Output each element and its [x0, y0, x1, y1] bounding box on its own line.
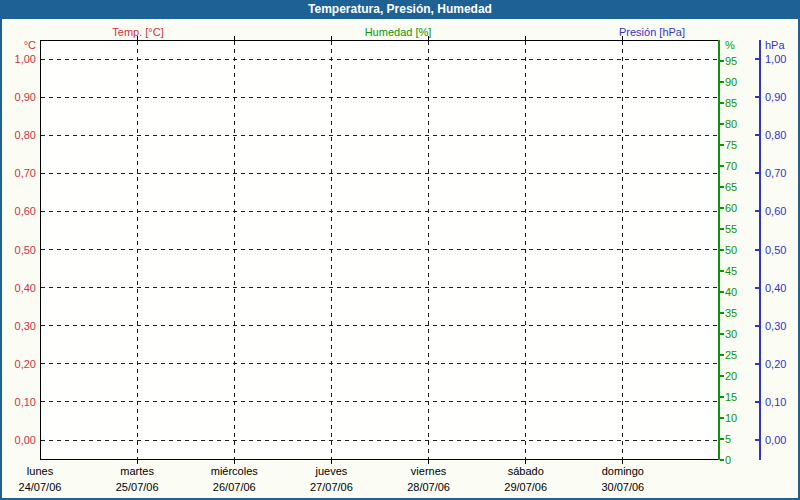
humidity-axis-tick — [720, 60, 724, 62]
day-name-label: jueves — [283, 464, 379, 478]
y-grid-line — [41, 287, 719, 288]
temp-axis-tick-label: 0,40 — [0, 281, 36, 295]
humidity-axis-tick — [720, 459, 724, 461]
humidity-axis-tick-label: 45 — [725, 264, 737, 278]
plot-area — [40, 40, 720, 460]
day-date-label: 24/07/06 — [0, 480, 88, 494]
pressure-axis-tick — [755, 249, 759, 251]
y-grid-line — [41, 173, 719, 174]
humidity-axis-tick — [720, 270, 724, 272]
pressure-axis-tick-label: 1,00 — [765, 52, 786, 66]
day-date-label: 25/07/06 — [89, 480, 185, 494]
humidity-axis-tick — [720, 186, 724, 188]
humidity-axis-tick-label: 5 — [725, 432, 731, 446]
day-date-label: 27/07/06 — [283, 480, 379, 494]
pressure-axis-tick-label: 0,30 — [765, 319, 786, 333]
legend-temperature: Temp. [°C] — [112, 25, 163, 39]
day-name-label: miércoles — [186, 464, 282, 478]
humidity-axis-tick-label: 90 — [725, 75, 737, 89]
temp-axis-tick-label: 0,70 — [0, 166, 36, 180]
humidity-axis-tick-label: 50 — [725, 243, 737, 257]
humidity-axis-tick — [720, 396, 724, 398]
pressure-axis-tick-label: 0,20 — [765, 357, 786, 371]
y-grid-line — [41, 211, 719, 212]
humidity-axis-tick-label: 0 — [725, 453, 731, 467]
pressure-axis-tick-label: 0,90 — [765, 90, 786, 104]
day-name-label: lunes — [0, 464, 88, 478]
humidity-axis-tick-label: 95 — [725, 54, 737, 68]
humidity-axis-tick — [720, 438, 724, 440]
humidity-axis-tick — [720, 102, 724, 104]
humidity-axis-tick-label: 55 — [725, 222, 737, 236]
pressure-axis-line — [759, 40, 761, 460]
pressure-axis-tick-label: 0,60 — [765, 204, 786, 218]
y-grid-line — [41, 59, 719, 60]
pressure-axis-header: hPa — [765, 38, 785, 52]
day-date-label: 26/07/06 — [186, 480, 282, 494]
y-grid-line — [41, 135, 719, 136]
window-title: Temperatura, Presión, Humedad — [0, 0, 800, 19]
humidity-axis-tick — [720, 291, 724, 293]
humidity-axis-tick — [720, 375, 724, 377]
humidity-axis-tick — [720, 207, 724, 209]
x-grid-line — [525, 41, 526, 459]
pressure-axis-tick-label: 0,70 — [765, 166, 786, 180]
day-name-label: viernes — [381, 464, 477, 478]
humidity-axis-tick — [720, 123, 724, 125]
x-axis-top-tick — [331, 36, 332, 40]
humidity-axis-tick — [720, 144, 724, 146]
y-grid-line — [41, 97, 719, 98]
temp-axis-tick-label: 0,90 — [0, 90, 36, 104]
pressure-axis-tick — [755, 363, 759, 365]
x-axis-top-tick — [525, 36, 526, 40]
day-date-label: 30/07/06 — [575, 480, 671, 494]
humidity-axis-tick — [720, 165, 724, 167]
temp-axis-tick-label: 0,80 — [0, 128, 36, 142]
pressure-axis-tick — [755, 439, 759, 441]
y-grid-line — [41, 325, 719, 326]
pressure-axis-tick-label: 0,80 — [765, 128, 786, 142]
pressure-axis-tick — [755, 401, 759, 403]
pressure-axis-tick — [755, 58, 759, 60]
x-grid-line — [428, 41, 429, 459]
x-grid-line — [622, 41, 623, 459]
humidity-axis-tick — [720, 417, 724, 419]
y-grid-line — [41, 401, 719, 402]
humidity-axis-tick-label: 10 — [725, 411, 737, 425]
humidity-axis-tick — [720, 228, 724, 230]
temp-axis-tick-label: 0,20 — [0, 357, 36, 371]
legend-humidity: Humedad [%] — [365, 25, 432, 39]
humidity-axis-tick — [720, 354, 724, 356]
day-name-label: martes — [89, 464, 185, 478]
humidity-axis-tick-label: 35 — [725, 306, 737, 320]
humidity-axis-tick — [720, 249, 724, 251]
x-grid-line — [234, 41, 235, 459]
day-date-label: 28/07/06 — [381, 480, 477, 494]
y-grid-line — [41, 363, 719, 364]
pressure-axis-tick-label: 0,00 — [765, 433, 786, 447]
temp-axis-tick-label: 0,50 — [0, 243, 36, 257]
x-axis-top-tick — [622, 36, 623, 40]
humidity-axis-tick-label: 60 — [725, 201, 737, 215]
y-grid-line — [41, 249, 719, 250]
x-axis-top-tick — [428, 36, 429, 40]
humidity-axis-tick — [720, 312, 724, 314]
humidity-axis-tick-label: 30 — [725, 327, 737, 341]
x-axis-top-tick — [234, 36, 235, 40]
humidity-axis-tick — [720, 81, 724, 83]
y-grid-line — [41, 440, 719, 441]
temp-axis-tick-label: 1,00 — [0, 52, 36, 66]
humidity-axis-tick-label: 15 — [725, 390, 737, 404]
humidity-axis-tick-label: 80 — [725, 117, 737, 131]
temp-axis-tick-label: 0,60 — [0, 204, 36, 218]
pressure-axis-tick — [755, 172, 759, 174]
pressure-axis-tick — [755, 325, 759, 327]
pressure-axis-tick-label: 0,10 — [765, 395, 786, 409]
humidity-axis-tick-label: 25 — [725, 348, 737, 362]
humidity-axis-tick-label: 65 — [725, 180, 737, 194]
pressure-axis-tick-label: 0,50 — [765, 243, 786, 257]
temp-axis-header: °C — [0, 38, 36, 52]
humidity-axis-tick-label: 85 — [725, 96, 737, 110]
humidity-axis-tick-label: 70 — [725, 159, 737, 173]
humidity-axis-header: % — [725, 38, 735, 52]
